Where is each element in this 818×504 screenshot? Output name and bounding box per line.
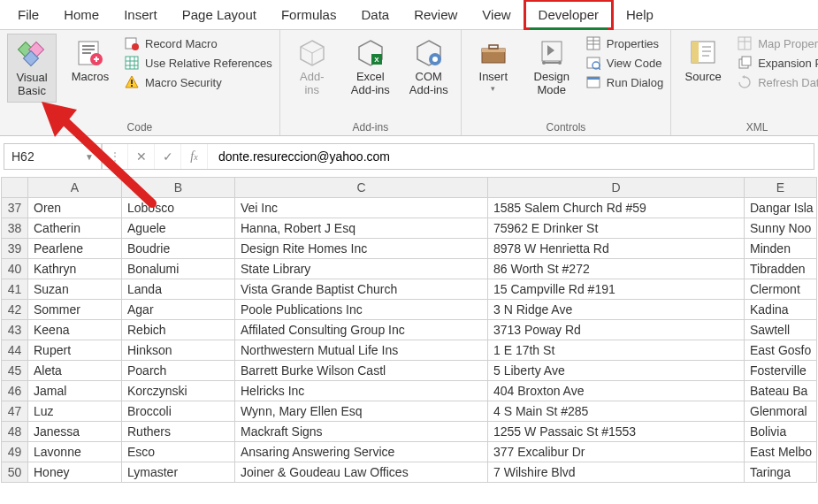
cell[interactable]: Boudrie [122,239,235,259]
cell[interactable]: Agar [122,300,235,320]
insert-function-button[interactable]: fx [181,144,208,169]
cell[interactable]: 1255 W Passaic St #1553 [488,422,745,442]
cell[interactable]: Barrett Burke Wilson Castl [235,361,488,381]
menu-help[interactable]: Help [614,2,666,27]
cell[interactable]: Vei Inc [235,198,488,218]
cell[interactable]: Lavonne [28,442,122,462]
cell[interactable]: Sawtell [745,320,817,340]
cell[interactable]: Lymaster [122,462,235,483]
menu-file[interactable]: File [5,2,51,27]
menu-insert[interactable]: Insert [111,2,170,27]
cell[interactable]: Glenmoral [745,401,817,422]
cell[interactable]: Ansaring Answering Service [235,442,488,462]
cell[interactable]: Clermont [745,279,817,300]
cell[interactable]: Hinkson [122,340,235,361]
properties-button[interactable]: Properties [585,35,663,51]
cell[interactable]: Janessa [28,422,122,442]
cell[interactable]: Broccoli [122,401,235,422]
cell[interactable]: Keena [28,320,122,340]
cell[interactable]: East Gosfo [745,340,817,361]
cell[interactable]: Taringa [745,462,817,483]
row-header[interactable]: 40 [2,259,28,279]
menu-data[interactable]: Data [348,2,401,27]
cell[interactable]: Sommer [28,300,122,320]
cell[interactable]: Dangar Isla [745,198,817,218]
cell[interactable]: Affilated Consulting Group Inc [235,320,488,340]
cell[interactable]: Lobosco [122,198,235,218]
macros-button[interactable]: Macros [65,34,115,88]
cell[interactable]: Bateau Ba [745,381,817,401]
row-header[interactable]: 41 [2,279,28,300]
cell[interactable]: 4 S Main St #285 [488,401,745,422]
refresh-data-button[interactable]: Refresh Data [737,74,818,90]
menu-view[interactable]: View [470,2,523,27]
cell[interactable]: Oren [28,198,122,218]
cell[interactable]: Aguele [122,218,235,239]
row-header[interactable]: 39 [2,239,28,259]
row-header[interactable]: 47 [2,401,28,422]
menu-home[interactable]: Home [51,2,111,27]
menu-page-layout[interactable]: Page Layout [170,2,269,27]
formula-input[interactable] [208,144,814,169]
cell[interactable]: Tibradden [745,259,817,279]
row-header[interactable]: 42 [2,300,28,320]
expansion-packs-button[interactable]: Expansion Pac [737,55,818,71]
cell[interactable]: East Melbo [745,442,817,462]
xml-source-button[interactable]: Source [678,34,728,88]
cell[interactable]: Rebich [122,320,235,340]
cell[interactable]: Ruthers [122,422,235,442]
row-header[interactable]: 50 [2,462,28,483]
cell[interactable]: Bonalumi [122,259,235,279]
row-header[interactable]: 44 [2,340,28,361]
cell[interactable]: Jamal [28,381,122,401]
cell[interactable]: 15 Campville Rd #191 [488,279,745,300]
cell[interactable]: 75962 E Drinker St [488,218,745,239]
menu-review[interactable]: Review [401,2,470,27]
cell[interactable]: Fosterville [745,361,817,381]
cell[interactable]: Suzan [28,279,122,300]
view-code-button[interactable]: View Code [585,55,663,71]
cell[interactable]: Catherin [28,218,122,239]
addins-button[interactable]: Add- ins [287,34,337,101]
row-header[interactable]: 49 [2,442,28,462]
cell[interactable]: 8978 W Henrietta Rd [488,239,745,259]
cell[interactable]: Bolivia [745,422,817,442]
use-relative-references-button[interactable]: Use Relative References [124,55,272,71]
cell[interactable]: Sunny Noo [745,218,817,239]
cell[interactable]: Design Rite Homes Inc [235,239,488,259]
com-addins-button[interactable]: COM Add-ins [404,34,454,101]
cell[interactable]: Joiner & Goudeau Law Offices [235,462,488,483]
cell[interactable]: 7 Wilshire Blvd [488,462,745,483]
cell[interactable]: Honey [28,462,122,483]
cell[interactable]: 3 N Ridge Ave [488,300,745,320]
cell[interactable]: Kadina [745,300,817,320]
run-dialog-button[interactable]: Run Dialog [585,74,663,90]
spreadsheet-grid[interactable]: ABCDE 37OrenLoboscoVei Inc1585 Salem Chu… [1,177,817,483]
macro-security-button[interactable]: Macro Security [124,74,272,90]
insert-control-button[interactable]: Insert ▾ [469,34,518,96]
cell[interactable]: Landa [122,279,235,300]
cell[interactable]: 377 Excalibur Dr [488,442,745,462]
cell[interactable]: Esco [122,442,235,462]
excel-addins-button[interactable]: X Excel Add-ins [346,34,395,101]
cell[interactable]: Pearlene [28,239,122,259]
row-header[interactable]: 43 [2,320,28,340]
visual-basic-button[interactable]: Visual Basic [7,34,57,103]
cell[interactable]: Poarch [122,361,235,381]
cell[interactable]: 86 Worth St #272 [488,259,745,279]
record-macro-button[interactable]: Record Macro [124,35,272,51]
cell[interactable]: Poole Publications Inc [235,300,488,320]
cell[interactable]: Rupert [28,340,122,361]
cell[interactable]: Wynn, Mary Ellen Esq [235,401,488,422]
cell[interactable]: Northwestern Mutual Life Ins [235,340,488,361]
cell[interactable]: State Library [235,259,488,279]
column-header-B[interactable]: B [122,178,235,198]
cancel-formula-button[interactable]: ✕ [128,144,155,169]
select-all-corner[interactable] [2,178,28,198]
cell[interactable]: Hanna, Robert J Esq [235,218,488,239]
column-header-D[interactable]: D [488,178,745,198]
design-mode-button[interactable]: Design Mode [527,34,577,101]
cell[interactable]: Mackraft Signs [235,422,488,442]
cell[interactable]: Vista Grande Baptist Church [235,279,488,300]
cell[interactable]: 404 Broxton Ave [488,381,745,401]
